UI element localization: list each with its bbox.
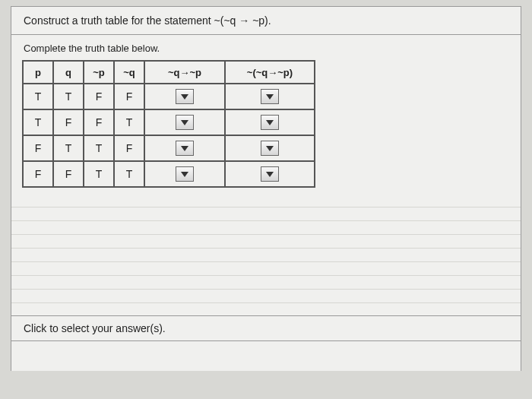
cell-q: T	[53, 84, 84, 109]
dropdown-negated-row4[interactable]	[261, 166, 279, 182]
cell-q: F	[53, 161, 84, 187]
dropdown-implication-row1[interactable]	[176, 89, 194, 104]
header-q: q	[53, 61, 84, 84]
header-p: p	[23, 61, 53, 84]
cell-implication-select	[144, 135, 225, 161]
cell-not-p: F	[84, 109, 114, 135]
cell-implication-select	[144, 109, 225, 135]
chevron-down-icon	[266, 172, 274, 177]
ruled-notebook-area	[11, 194, 521, 315]
table-row: F T T F	[23, 135, 315, 161]
dropdown-implication-row3[interactable]	[176, 141, 194, 156]
dropdown-implication-row2[interactable]	[176, 115, 194, 130]
dropdown-negated-row1[interactable]	[261, 89, 279, 104]
header-negated-implication: ~(~q→~p)	[225, 61, 315, 84]
dropdown-implication-row4[interactable]	[176, 166, 194, 182]
chevron-down-icon	[181, 172, 188, 177]
chevron-down-icon	[181, 146, 188, 151]
cell-negated-select	[225, 84, 315, 109]
cell-implication-select	[144, 84, 225, 109]
dropdown-negated-row2[interactable]	[261, 115, 279, 130]
cell-not-q: F	[114, 135, 144, 161]
cell-p: T	[23, 109, 53, 135]
table-row: F F T T	[23, 161, 315, 187]
cell-not-q: F	[114, 84, 144, 109]
header-implication: ~q→~p	[144, 61, 225, 84]
dropdown-negated-row3[interactable]	[261, 141, 279, 156]
header-not-p: ~p	[84, 61, 114, 84]
cell-not-p: T	[84, 161, 114, 187]
cell-negated-select	[225, 109, 315, 135]
prompt-text: Construct a truth table for the statemen…	[11, 6, 521, 35]
cell-negated-select	[225, 161, 315, 187]
cell-q: T	[53, 135, 84, 161]
chevron-down-icon	[181, 120, 188, 125]
cell-negated-select	[225, 135, 315, 161]
cell-not-q: T	[114, 161, 144, 187]
cell-p: T	[23, 84, 53, 109]
footer-instruction: Click to select your answer(s).	[11, 315, 521, 341]
cell-not-p: T	[84, 135, 114, 161]
cell-q: F	[53, 109, 84, 135]
instruction-text: Complete the truth table below.	[11, 35, 521, 60]
chevron-down-icon	[181, 94, 188, 100]
cell-p: F	[23, 135, 53, 161]
chevron-down-icon	[266, 94, 274, 100]
truth-table: p q ~p ~q ~q→~p ~(~q→~p) T T F F	[22, 60, 315, 188]
cell-implication-select	[144, 161, 225, 187]
cell-p: F	[23, 161, 53, 187]
header-not-q: ~q	[114, 61, 144, 84]
cell-not-q: T	[114, 109, 144, 135]
cell-not-p: F	[84, 84, 114, 109]
chevron-down-icon	[266, 120, 274, 125]
truth-table-wrap: p q ~p ~q ~q→~p ~(~q→~p) T T F F	[11, 60, 521, 188]
table-row: T T F F	[23, 84, 315, 109]
chevron-down-icon	[266, 146, 274, 151]
page: Construct a truth table for the statemen…	[11, 6, 521, 371]
table-row: T F F T	[23, 109, 315, 135]
